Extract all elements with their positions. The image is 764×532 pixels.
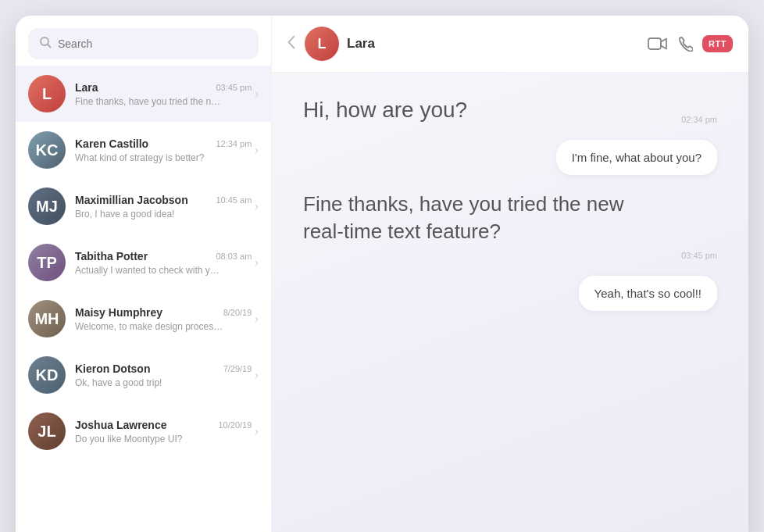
contact-item-lara[interactable]: L Lara 03:45 pm Fine thanks, have you tr… — [16, 66, 271, 122]
message-row: Yeah, that's so cool!! — [303, 276, 717, 311]
contact-header: Karen Castillo 12:34 pm — [75, 137, 252, 150]
app-container: L Lara 03:45 pm Fine thanks, have you tr… — [16, 16, 748, 532]
contact-info: Karen Castillo 12:34 pm What kind of str… — [75, 137, 252, 163]
contact-name: Lara — [75, 81, 98, 94]
message-bubble: I'm fine, what about you? — [556, 140, 717, 175]
contact-preview: Welcome, to make design process faster, … — [75, 321, 223, 332]
contact-name: Karen Castillo — [75, 137, 148, 150]
contact-time: 8/20/19 — [223, 308, 252, 317]
message-bubble: Yeah, that's so cool!! — [579, 276, 717, 311]
contact-name: Maisy Humphrey — [75, 306, 162, 319]
back-button[interactable] — [287, 35, 295, 53]
contact-time: 10:45 am — [216, 195, 252, 205]
contact-avatar: KD — [28, 356, 66, 394]
contact-avatar: MJ — [28, 187, 66, 225]
contact-avatar: JL — [28, 412, 66, 450]
contact-time: 08:03 am — [216, 252, 252, 261]
message-time: 02:34 pm — [681, 115, 717, 124]
contact-item-maisy[interactable]: MH Maisy Humphrey 8/20/19 Welcome, to ma… — [16, 291, 271, 347]
contact-header: Joshua Lawrence 10/20/19 — [75, 419, 252, 431]
message-time: 03:45 pm — [303, 251, 717, 260]
contact-item-kieron[interactable]: KD Kieron Dotson 7/29/19 Ok, have a good… — [16, 347, 271, 403]
contact-name: Kieron Dotson — [75, 362, 150, 375]
chevron-right-icon: › — [255, 87, 259, 100]
chevron-right-icon: › — [255, 369, 259, 381]
svg-rect-2 — [648, 38, 661, 49]
contact-avatar: L — [28, 75, 66, 112]
header-actions: RTT — [648, 35, 733, 52]
search-icon — [39, 36, 52, 52]
contact-time: 03:45 pm — [216, 83, 252, 92]
contact-name: Tabitha Potter — [75, 250, 148, 262]
chevron-right-icon: › — [255, 200, 259, 212]
contact-info: Lara 03:45 pm Fine thanks, have you trie… — [75, 81, 252, 107]
chevron-right-icon: › — [255, 425, 259, 437]
contact-name: Maximillian Jacobson — [75, 194, 188, 206]
phone-call-button[interactable] — [677, 36, 693, 52]
contact-avatar: TP — [28, 244, 66, 281]
contact-item-joshua[interactable]: JL Joshua Lawrence 10/20/19 Do you like … — [16, 403, 271, 459]
message-text: Fine thanks, have you tried the new real… — [303, 191, 631, 245]
contact-time: 7/29/19 — [223, 364, 252, 373]
contact-info: Joshua Lawrence 10/20/19 Do you like Moo… — [75, 419, 252, 445]
chevron-right-icon: › — [255, 144, 259, 156]
contact-info: Kieron Dotson 7/29/19 Ok, have a good tr… — [75, 362, 252, 388]
contact-preview: Do you like Moontype UI? — [75, 434, 223, 445]
contact-header: Kieron Dotson 7/29/19 — [75, 362, 252, 375]
video-call-button[interactable] — [648, 37, 668, 51]
message-row: Hi, how are you? 02:34 pm — [303, 96, 717, 124]
chat-header: L Lara RTT — [272, 16, 748, 73]
contact-time: 12:34 pm — [216, 139, 252, 148]
right-panel: L Lara RTT — [272, 16, 748, 532]
contact-preview: Bro, I have a good idea! — [75, 209, 223, 220]
message-row: I'm fine, what about you? — [303, 140, 717, 175]
chevron-right-icon: › — [255, 312, 259, 325]
chat-header-name: Lara — [347, 36, 648, 52]
contact-preview: What kind of strategy is better? — [75, 152, 223, 163]
contact-avatar: MH — [28, 300, 66, 337]
message-text: Hi, how are you? — [303, 96, 675, 124]
search-input[interactable] — [58, 37, 248, 50]
contact-info: Maximillian Jacobson 10:45 am Bro, I hav… — [75, 194, 252, 220]
contact-item-max[interactable]: MJ Maximillian Jacobson 10:45 am Bro, I … — [16, 178, 271, 234]
contact-preview: Actually I wanted to check with you abou… — [75, 265, 223, 276]
contact-avatar: KC — [28, 131, 66, 169]
rtt-badge[interactable]: RTT — [702, 35, 733, 52]
contact-name: Joshua Lawrence — [75, 419, 167, 431]
contact-item-tabitha[interactable]: TP Tabitha Potter 08:03 am Actually I wa… — [16, 234, 271, 291]
contact-header: Maximillian Jacobson 10:45 am — [75, 194, 252, 206]
contact-header: Tabitha Potter 08:03 am — [75, 250, 252, 262]
contact-header: Maisy Humphrey 8/20/19 — [75, 306, 252, 319]
contact-header: Lara 03:45 pm — [75, 81, 252, 94]
contact-preview: Fine thanks, have you tried the ne... — [75, 96, 223, 107]
contact-info: Maisy Humphrey 8/20/19 Welcome, to make … — [75, 306, 252, 332]
contact-preview: Ok, have a good trip! — [75, 377, 223, 388]
chat-messages: Hi, how are you? 02:34 pm I'm fine, what… — [272, 73, 748, 532]
contact-info: Tabitha Potter 08:03 am Actually I wante… — [75, 250, 252, 276]
search-bar[interactable] — [28, 28, 259, 59]
svg-line-1 — [48, 45, 51, 48]
contact-time: 10/20/19 — [219, 420, 252, 430]
contact-list: L Lara 03:45 pm Fine thanks, have you tr… — [16, 66, 271, 532]
chat-header-avatar: L — [305, 27, 339, 61]
message-row: Fine thanks, have you tried the new real… — [303, 191, 717, 259]
contact-item-karen[interactable]: KC Karen Castillo 12:34 pm What kind of … — [16, 122, 271, 178]
chevron-right-icon: › — [255, 256, 259, 269]
left-panel: L Lara 03:45 pm Fine thanks, have you tr… — [16, 16, 272, 532]
